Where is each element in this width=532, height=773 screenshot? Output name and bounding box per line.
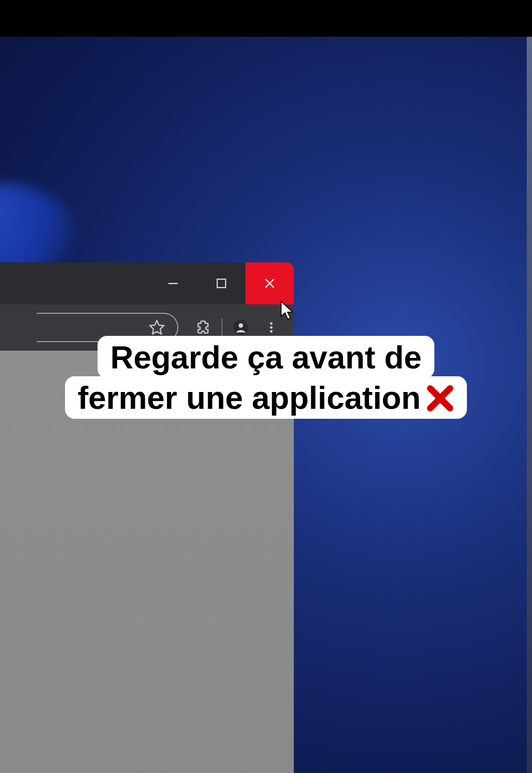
caption-text-2: fermer une application bbox=[78, 380, 421, 416]
cross-mark-icon bbox=[426, 384, 454, 412]
window-titlebar bbox=[0, 262, 294, 304]
maximize-button[interactable] bbox=[197, 262, 246, 304]
extensions-icon bbox=[195, 319, 211, 336]
close-button[interactable] bbox=[246, 262, 294, 304]
caption-line-2: fermer une application bbox=[65, 376, 467, 419]
maximize-icon bbox=[216, 278, 227, 289]
kebab-menu-icon bbox=[264, 319, 278, 336]
minimize-icon bbox=[168, 278, 178, 289]
svg-point-7 bbox=[270, 322, 273, 324]
close-icon bbox=[264, 278, 275, 289]
profile-icon bbox=[232, 319, 249, 336]
caption-overlay: Regarde ça avant de fermer une applicati… bbox=[65, 336, 467, 419]
svg-marker-4 bbox=[150, 320, 164, 334]
svg-point-8 bbox=[270, 326, 273, 329]
star-icon bbox=[148, 319, 166, 336]
svg-rect-0 bbox=[168, 283, 178, 284]
letterbox-top bbox=[0, 0, 532, 37]
mouse-cursor bbox=[280, 301, 295, 321]
monitor-edge bbox=[527, 37, 532, 773]
svg-point-6 bbox=[239, 323, 243, 328]
caption-line-1: Regarde ça avant de bbox=[98, 336, 434, 378]
toolbar-divider bbox=[221, 319, 222, 336]
svg-rect-1 bbox=[217, 279, 226, 288]
minimize-button[interactable] bbox=[149, 262, 197, 304]
svg-point-9 bbox=[270, 330, 273, 333]
